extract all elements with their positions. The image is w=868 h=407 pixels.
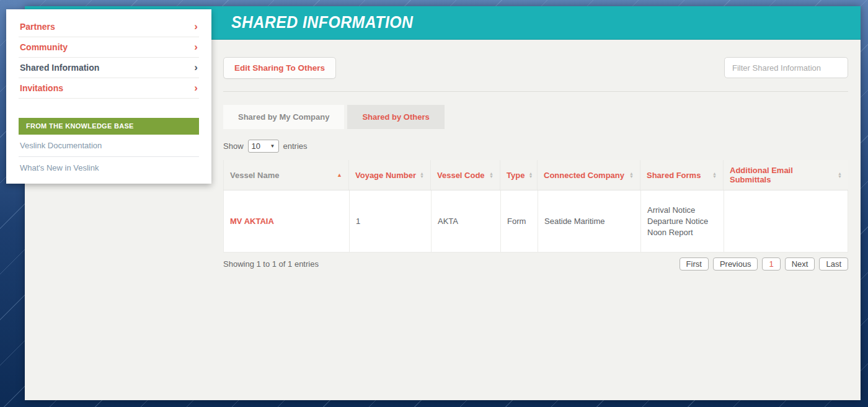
sidebar-link-veslink-documentation[interactable]: Veslink Documentation [19,135,199,157]
pagination-previous-button[interactable]: Previous [713,257,758,271]
entries-length-control: Show 10 ▼ entries [223,140,848,153]
edit-sharing-button[interactable]: Edit Sharing To Others [223,57,336,79]
column-label: Shared Forms [647,171,701,180]
entries-select-value: 10 [252,141,260,151]
tabs: Shared by My Company Shared by Others [223,105,848,129]
table-footer: Showing 1 to 1 of 1 entries First Previo… [223,257,848,271]
sidebar-item-shared-information[interactable]: Shared Information › [19,58,199,78]
column-label: Type [507,171,525,180]
sidebar-item-label: Invitations [20,83,63,93]
column-label: Additional Email Submittals [730,166,834,184]
sidebar-link-whats-new[interactable]: What's New in Veslink [19,157,199,179]
pagination-next-button[interactable]: Next [785,257,815,271]
sidebar-item-invitations[interactable]: Invitations › [19,78,199,99]
tab-shared-by-my-company[interactable]: Shared by My Company [223,105,344,129]
sort-ascending-icon: ▲ [337,172,342,178]
chevron-right-icon: › [194,22,198,31]
pagination-page-1-button[interactable]: 1 [762,257,780,271]
column-header-voyage-number[interactable]: Voyage Number ▲▼ [349,160,431,190]
shared-form-item: Arrival Notice [647,205,717,216]
table-header-row: Vessel Name ▲ Voyage Number ▲▼ Vessel Co… [223,160,848,190]
column-label: Voyage Number [355,171,416,180]
sidebar-item-label: Partners [20,22,55,32]
tab-shared-by-others[interactable]: Shared by Others [347,105,444,129]
column-label: Vessel Code [437,171,485,180]
entries-info: Showing 1 to 1 of 1 entries [223,259,319,269]
sort-both-icon: ▲▼ [838,172,842,178]
cell-voyage-number: 1 [350,190,432,252]
filter-shared-information-input[interactable] [724,57,848,78]
column-label: Connected Company [544,171,624,180]
cell-additional-email-submittals [724,190,848,252]
sort-both-icon: ▲▼ [420,172,424,178]
page-title: SHARED INFORMATION [231,13,413,32]
cell-vessel-code: AKTA [432,190,501,252]
chevron-right-icon: › [194,43,198,51]
show-label: Show [223,141,244,151]
shared-form-item: Noon Report [647,227,717,238]
entries-label: entries [283,141,308,151]
cell-type: Form [501,190,538,252]
pagination: First Previous 1 Next Last [680,257,848,271]
column-label: Vessel Name [230,171,280,180]
column-header-vessel-name[interactable]: Vessel Name ▲ [223,160,349,190]
sort-both-icon: ▲▼ [712,172,717,178]
toolbar: Edit Sharing To Others [223,57,848,79]
sidebar-item-label: Community [20,42,68,52]
column-header-additional-email-submittals[interactable]: Additional Email Submittals ▲▼ [724,160,848,190]
column-header-shared-forms[interactable]: Shared Forms ▲▼ [640,160,724,190]
column-header-vessel-code[interactable]: Vessel Code ▲▼ [431,160,500,190]
column-header-type[interactable]: Type ▲▼ [500,160,538,190]
sort-both-icon: ▲▼ [489,172,494,178]
shared-information-table: Vessel Name ▲ Voyage Number ▲▼ Vessel Co… [223,160,848,253]
sort-both-icon: ▲▼ [629,172,634,178]
sidebar-item-label: Shared Information [20,63,99,73]
main-content: Edit Sharing To Others Shared by My Comp… [211,57,861,271]
chevron-right-icon: › [194,63,198,72]
column-header-connected-company[interactable]: Connected Company ▲▼ [538,160,640,190]
toolbar-divider [223,91,848,92]
page-background: SHARED INFORMATION Edit Sharing To Other… [0,0,868,407]
cell-connected-company: Seatide Maritime [538,190,641,252]
cell-shared-forms: Arrival Notice Departure Notice Noon Rep… [641,190,724,252]
entries-select[interactable]: 10 ▼ [248,140,279,153]
table-row: MV AKTAIA 1 AKTA Form Seatide Maritime A… [223,190,848,253]
pagination-first-button[interactable]: First [680,257,709,271]
cell-vessel-name[interactable]: MV AKTAIA [224,190,350,252]
select-caret-icon: ▼ [270,143,275,149]
sidebar-item-community[interactable]: Community › [19,37,199,58]
pagination-last-button[interactable]: Last [819,257,848,271]
sidebar-item-partners[interactable]: Partners › [19,17,199,37]
sort-both-icon: ▲▼ [528,172,533,178]
shared-form-item: Departure Notice [647,216,717,227]
chevron-right-icon: › [194,84,198,92]
knowledge-base-header: FROM THE KNOWLEDGE BASE [19,118,199,135]
sidebar: Partners › Community › Shared Informatio… [6,9,211,184]
